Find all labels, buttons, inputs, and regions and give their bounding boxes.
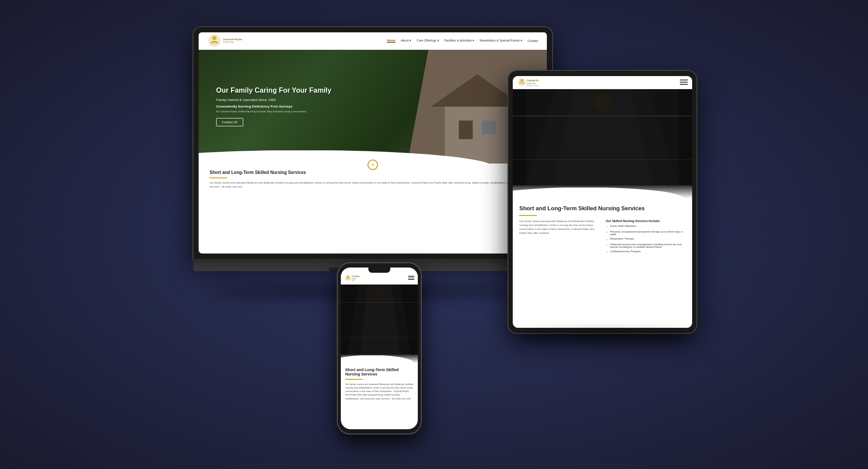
tablet-hamburger[interactable] (680, 80, 688, 85)
tablet-section1-text: Our family owned and operated Medicare a… (519, 219, 599, 235)
tablet-screen: Colonial Poplin Poplin Way Assisted Livi… (513, 76, 692, 328)
svg-text:Colonial Poplin: Colonial Poplin (527, 79, 539, 82)
phone-section1-title: Short and Long-Term Skilled Nursing Serv… (345, 368, 413, 376)
check-icon-1: ✓ (606, 225, 609, 229)
svg-point-22 (347, 275, 349, 278)
laptop-hero: Our Family Caring For Your Family Family… (199, 50, 547, 163)
laptop-screen-inner: Colonial Poplin Poplin Way Home About ▾ … (199, 32, 547, 254)
svg-text:Poplin Way: Poplin Way (527, 82, 536, 84)
laptop-nav: Colonial Poplin Poplin Way Home About ▾ … (199, 32, 547, 50)
tablet-outer: Colonial Poplin Poplin Way Assisted Livi… (508, 71, 696, 333)
phone-logo: Colonial Poplin Way (344, 274, 361, 282)
svg-text:Colonial: Colonial (352, 275, 360, 278)
laptop-nav-links: Home About ▾ Care Offerings ▾ Facilities… (387, 39, 538, 43)
laptop-section1-title: Short and Long-Term Skilled Nursing Serv… (210, 170, 536, 175)
tablet-section1-title: Short and Long-Term Skilled Nursing Serv… (519, 205, 686, 212)
laptop-screen-outer: Colonial Poplin Poplin Way Home About ▾ … (193, 27, 552, 259)
svg-text:Assisted Living Community: Assisted Living Community (527, 85, 539, 87)
nav-about[interactable]: About ▾ (401, 39, 411, 42)
laptop-hero-subtitle: Family Owned & Operated Since 1983 (216, 98, 331, 102)
svg-point-1 (212, 36, 217, 40)
nav-contact[interactable]: Contact (528, 39, 538, 42)
phone-wave (341, 354, 418, 363)
tablet-logo: Colonial Poplin Poplin Way Assisted Livi… (517, 77, 539, 87)
svg-point-9 (521, 79, 524, 82)
tablet-section1: Short and Long-Term Skilled Nursing Serv… (513, 198, 692, 262)
laptop-section1-text: Our family owned and operated Medicare a… (210, 181, 536, 189)
tablet-service-item-1: ✓ Prime HMO Affiliations (606, 225, 686, 229)
tablet-nav: Colonial Poplin Poplin Way Assisted Livi… (513, 76, 692, 89)
laptop-device: Colonial Poplin Poplin Way Home About ▾ … (193, 27, 552, 289)
laptop-hero-title: Our Family Caring For Your Family (216, 87, 331, 94)
logo-icon (207, 34, 221, 48)
check-icon-2: ✓ (606, 231, 609, 234)
laptop-logo: Colonial Poplin Poplin Way (207, 34, 242, 48)
phone-outer: Colonial Poplin Way (338, 263, 421, 434)
svg-text:Way: Way (352, 279, 354, 281)
nav-home[interactable]: Home (387, 39, 395, 43)
tablet-shadow (518, 331, 687, 340)
phone-hero: Tour our beautiful facilities from the s… (341, 285, 418, 354)
tablet-wave (513, 185, 692, 198)
phone-screen: Colonial Poplin Way (341, 268, 418, 429)
nav-newsletters[interactable]: Newsletters & Special Events ▾ (480, 39, 522, 42)
laptop-hero-content: Our Family Caring For Your Family Family… (216, 87, 331, 126)
phone-notch (368, 268, 390, 273)
tablet-services-title: Our Skilled Nursing Services Include: (606, 219, 686, 222)
tablet-service-item-3: ✓ Respiratory Therapy (606, 237, 686, 241)
tablet-service-item-5: ✓ Cardiopulmonary Program (606, 250, 686, 254)
phone-section1: Short and Long-Term Skilled Nursing Serv… (341, 363, 418, 405)
check-icon-5: ✓ (606, 250, 609, 254)
tablet-hero: Tour our beautiful facilities from the s… (513, 89, 692, 185)
phone-gold-divider (345, 379, 363, 380)
check-icon-4: ✓ (606, 243, 609, 247)
tablet-device: Colonial Poplin Poplin Way Assisted Livi… (508, 71, 696, 333)
tablet-gold-divider (519, 215, 537, 216)
phone-hamburger[interactable] (408, 276, 414, 280)
laptop-hero-desc: Consistently Earning Deficiency Free Sur… (216, 104, 331, 108)
laptop-gold-divider (210, 177, 227, 178)
laptop-hero-desc2: for Colonial Poplin Skilled Nursing & Po… (216, 110, 331, 113)
tablet-service-item-2: ✓ Physical, occupational and speech ther… (606, 230, 686, 236)
laptop-scroll-btn[interactable]: ∨ (368, 160, 378, 170)
tablet-section1-col1: Our family owned and operated Medicare a… (519, 219, 599, 256)
nav-care[interactable]: Care Offerings ▾ (416, 39, 439, 42)
phone-device: Colonial Poplin Way (338, 263, 421, 434)
laptop-contact-button[interactable]: Contact US (216, 118, 243, 126)
tablet-services: Our Skilled Nursing Services Include: ✓ … (606, 219, 686, 256)
scene: Colonial Poplin Poplin Way Home About ▾ … (172, 27, 696, 442)
phone-section1-text: Our family owned and operated Medicare a… (345, 382, 413, 400)
laptop-logo-text: Colonial Poplin Poplin Way (223, 38, 242, 43)
tablet-service-item-4: ✓ Advanced wound care management includi… (606, 243, 686, 248)
nav-facilities[interactable]: Facilities & Activities ▾ (444, 39, 475, 42)
check-icon-3: ✓ (606, 238, 609, 241)
